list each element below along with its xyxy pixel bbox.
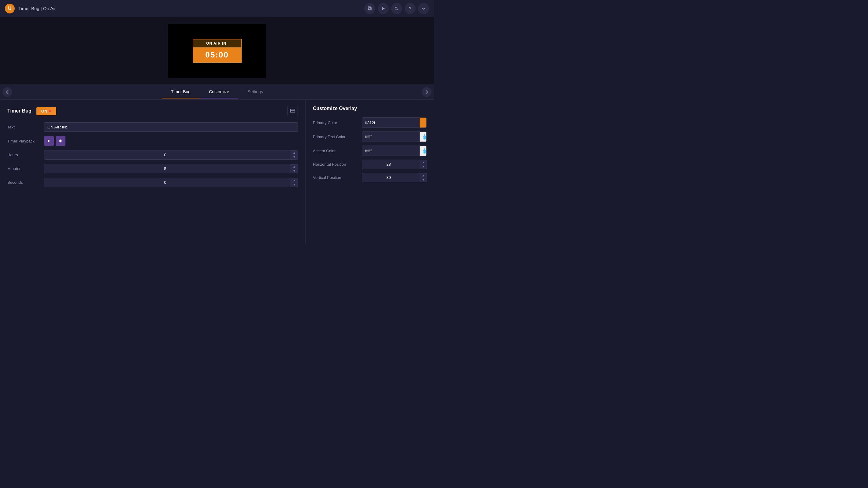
help-button[interactable]: ? (405, 3, 416, 14)
seconds-field-row: Seconds ▲ ▼ (7, 177, 298, 187)
h-position-input[interactable] (362, 160, 420, 169)
main-content: Timer Bug ON Text (0, 100, 434, 244)
panel-title: Timer Bug (7, 108, 31, 114)
copy-button[interactable] (364, 3, 375, 14)
right-panel-title: Customize Overlay (313, 106, 427, 111)
v-position-input[interactable] (362, 173, 420, 182)
hours-down-arrow[interactable]: ▼ (291, 155, 298, 159)
panel-header: Timer Bug ON (7, 106, 298, 116)
hours-label: Hours (7, 153, 44, 157)
seconds-input-wrap: ▲ ▼ (44, 177, 298, 187)
v-position-arrows: ▲ ▼ (420, 173, 427, 182)
app-title: Timer Bug | On Air (18, 6, 364, 11)
svg-rect-10 (294, 109, 295, 112)
list-icon-button[interactable] (287, 106, 298, 116)
tabs-section: Timer Bug Customize Settings (0, 85, 434, 100)
hours-up-arrow[interactable]: ▲ (291, 151, 298, 155)
playback-buttons (44, 136, 65, 146)
tabs-row: Timer Bug Customize Settings (0, 85, 434, 100)
svg-marker-12 (59, 139, 62, 142)
seconds-arrows: ▲ ▼ (291, 178, 298, 187)
minutes-down-arrow[interactable]: ▼ (291, 169, 298, 173)
header-actions: ? (364, 3, 429, 14)
timer-playback-label: Timer Playback (7, 139, 44, 143)
seconds-input[interactable] (44, 177, 291, 187)
svg-rect-7 (290, 112, 295, 112)
on-indicator (49, 110, 51, 112)
right-panel: Customize Overlay Primary Color Primary … (306, 100, 434, 244)
svg-marker-2 (382, 7, 385, 10)
accent-color-swatch[interactable]: 💧 (420, 146, 427, 156)
svg-line-4 (397, 9, 399, 10)
v-position-down-arrow[interactable]: ▼ (420, 177, 427, 182)
primary-text-color-label: Primary Text Color (313, 134, 362, 139)
h-position-label: Horizontal Position (313, 162, 362, 167)
h-position-down-arrow[interactable]: ▼ (420, 164, 427, 169)
hours-input-wrap: ▲ ▼ (44, 150, 298, 160)
h-position-row: Horizontal Position ▲ ▼ (313, 160, 427, 169)
primary-text-color-swatch[interactable]: 💧 (420, 132, 427, 141)
app-header: U Timer Bug | On Air ? (0, 0, 434, 17)
accent-color-input[interactable] (362, 147, 420, 155)
seconds-down-arrow[interactable]: ▼ (291, 183, 298, 187)
timer-playback-row: Timer Playback (7, 136, 298, 146)
svg-rect-6 (290, 110, 295, 111)
text-field-row: Text (7, 122, 298, 132)
seconds-up-arrow[interactable]: ▲ (291, 178, 298, 183)
minutes-input-wrap: ▲ ▼ (44, 164, 298, 173)
tab-customize[interactable]: Customize (200, 86, 238, 98)
seconds-label: Seconds (7, 180, 44, 185)
v-position-up-arrow[interactable]: ▲ (420, 173, 427, 177)
primary-text-color-row: Primary Text Color 💧 (313, 131, 427, 142)
primary-text-color-input[interactable] (362, 132, 420, 141)
svg-rect-9 (290, 109, 295, 109)
svg-point-3 (395, 7, 397, 9)
accent-color-input-wrap: 💧 (362, 145, 427, 156)
tab-settings[interactable]: Settings (238, 86, 272, 98)
h-position-input-wrap: ▲ ▼ (362, 160, 427, 169)
play-pause-button[interactable] (44, 136, 54, 146)
v-position-label: Vertical Position (313, 175, 362, 180)
nav-left-arrow[interactable] (2, 87, 12, 97)
text-input[interactable] (44, 122, 298, 132)
minutes-up-arrow[interactable]: ▲ (291, 164, 298, 169)
primary-color-input[interactable] (362, 118, 420, 127)
timer-widget: ON AIR IN: 05:00 (193, 39, 242, 63)
primary-color-label: Primary Color (313, 121, 362, 125)
minutes-input[interactable] (44, 164, 291, 173)
primary-color-row: Primary Color (313, 118, 427, 128)
primary-color-swatch[interactable] (420, 118, 426, 128)
minutes-label: Minutes (7, 166, 44, 171)
preview-area: ON AIR IN: 05:00 (0, 17, 434, 85)
tab-timer-bug[interactable]: Timer Bug (162, 86, 200, 98)
preview-canvas: ON AIR IN: 05:00 (168, 24, 266, 78)
v-position-row: Vertical Position ▲ ▼ (313, 173, 427, 182)
nav-right-arrow[interactable] (422, 87, 432, 97)
hours-arrows: ▲ ▼ (291, 151, 298, 160)
timer-header-text: ON AIR IN: (193, 39, 241, 48)
droplet-icon-1: 💧 (422, 134, 427, 140)
left-panel: Timer Bug ON Text (0, 100, 306, 244)
minutes-field-row: Minutes ▲ ▼ (7, 164, 298, 173)
svg-marker-11 (48, 139, 50, 142)
on-toggle-button[interactable]: ON (36, 107, 57, 115)
primary-text-color-input-wrap: 💧 (362, 131, 427, 142)
text-label: Text (7, 125, 44, 129)
accent-color-label: Accent Color (313, 149, 362, 153)
h-position-up-arrow[interactable]: ▲ (420, 160, 427, 164)
minutes-arrows: ▲ ▼ (291, 164, 298, 173)
droplet-icon-2: 💧 (422, 148, 427, 154)
chevron-button[interactable] (418, 3, 429, 14)
app-logo: U (5, 4, 15, 13)
hours-input[interactable] (44, 150, 291, 160)
timer-time-display: 05:00 (193, 48, 241, 62)
key-button[interactable] (391, 3, 402, 14)
hours-field-row: Hours ▲ ▼ (7, 150, 298, 160)
primary-color-input-wrap (362, 118, 427, 128)
accent-color-row: Accent Color 💧 (313, 145, 427, 156)
stop-button[interactable] (56, 136, 65, 146)
play-button[interactable] (378, 3, 389, 14)
v-position-input-wrap: ▲ ▼ (362, 173, 427, 182)
h-position-arrows: ▲ ▼ (420, 160, 427, 169)
